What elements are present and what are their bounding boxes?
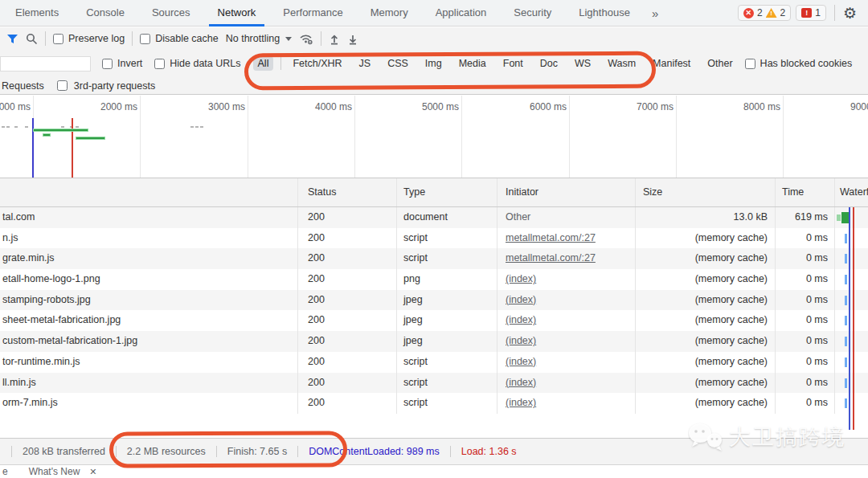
request-type: script [396, 228, 497, 249]
table-row[interactable]: ll.min.js 200 script (index) (memory cac… [0, 373, 868, 394]
network-summary-bar: 208 kB transferred 2.2 MB resources Fini… [0, 438, 868, 464]
table-row[interactable]: n.js 200 script metallmetal.com/:27 (mem… [0, 228, 868, 249]
column-header-status[interactable]: Status [297, 178, 396, 206]
filter-type-css[interactable]: CSS [383, 56, 413, 71]
request-status: 200 [297, 310, 396, 331]
disable-cache-checkbox[interactable] [140, 34, 150, 44]
request-initiator-link[interactable]: (index) [497, 269, 635, 290]
filter-type-fetch-xhr[interactable]: Fetch/XHR [288, 56, 346, 71]
finish-summary: Finish: 7.65 s [216, 446, 297, 457]
filter-type-media[interactable]: Media [454, 56, 491, 71]
request-table-header: Status Type Initiator Size Time Waterfal… [0, 178, 868, 207]
tab-performance[interactable]: Performance [269, 0, 356, 27]
gridline [248, 96, 248, 178]
export-har-icon[interactable] [347, 33, 358, 45]
request-waterfall [834, 310, 868, 331]
table-row[interactable]: etall-home-logo-1.png 200 png (index) (m… [0, 269, 868, 290]
request-initiator-link[interactable]: metallmetal.com/:27 [497, 248, 635, 269]
request-initiator-link[interactable]: metallmetal.com/:27 [497, 228, 635, 249]
table-row[interactable]: orm-7.min.js 200 script (index) (memory … [0, 393, 868, 414]
column-header-size[interactable]: Size [635, 178, 775, 206]
tab-lighthouse[interactable]: Lighthouse [565, 0, 644, 27]
divider [132, 31, 133, 46]
disable-cache-toggle[interactable]: Disable cache [140, 33, 219, 44]
warning-icon: ! [766, 8, 777, 18]
issues-badge[interactable]: ! 1 [796, 5, 826, 21]
whats-new-tab[interactable]: What's New [29, 466, 80, 477]
table-row[interactable]: sheet-metal-fabrication.jpg 200 jpeg (in… [0, 310, 868, 331]
close-icon[interactable]: ✕ [89, 467, 96, 477]
preserve-log-toggle[interactable]: Preserve log [53, 33, 125, 44]
filter-type-ws[interactable]: WS [570, 56, 596, 71]
request-size: (memory cache) [635, 352, 775, 373]
network-overview-timeline[interactable]: 1000 ms 2000 ms 3000 ms 4000 ms 5000 ms … [0, 96, 868, 178]
filter-funnel-icon[interactable] [6, 34, 18, 44]
column-header-initiator[interactable]: Initiator [497, 178, 635, 206]
invert-toggle[interactable]: Invert [102, 58, 142, 69]
column-header-name[interactable] [0, 178, 297, 206]
table-row[interactable]: tal.com 200 document Other 13.0 kB 619 m… [0, 207, 868, 228]
settings-gear-icon[interactable]: ⚙ [843, 6, 857, 21]
ruler-tick: 4000 ms [304, 101, 352, 112]
filter-type-font[interactable]: Font [498, 56, 528, 71]
console-errors-warnings-badge[interactable]: ✕ 2 ! 2 [738, 5, 791, 21]
hide-data-urls-label: Hide data URLs [170, 58, 240, 69]
column-header-type[interactable]: Type [396, 178, 497, 206]
issue-count: 1 [815, 7, 821, 18]
divider [280, 57, 281, 70]
tab-elements[interactable]: Elements [2, 0, 72, 27]
network-toolbar: Preserve log Disable cache No throttling [0, 27, 868, 50]
request-status: 200 [297, 269, 396, 290]
table-row[interactable]: tor-runtime.min.js 200 script (index) (m… [0, 352, 868, 373]
filter-type-wasm[interactable]: Wasm [603, 56, 641, 71]
request-initiator-link[interactable]: (index) [497, 373, 635, 394]
invert-checkbox[interactable] [102, 59, 113, 69]
throttling-dropdown[interactable]: No throttling [226, 33, 292, 44]
table-row[interactable]: stamping-robots.jpg 200 jpeg (index) (me… [0, 290, 868, 311]
request-time: 0 ms [775, 228, 834, 249]
filter-input[interactable] [0, 56, 91, 71]
filter-type-img[interactable]: Img [420, 56, 447, 71]
column-header-time[interactable]: Time [775, 178, 834, 206]
request-status: 200 [297, 228, 396, 249]
tab-application[interactable]: Application [422, 0, 501, 27]
tab-console[interactable]: Console [72, 0, 138, 27]
filter-type-other[interactable]: Other [702, 56, 737, 71]
filter-type-doc[interactable]: Doc [535, 56, 563, 71]
filter-type-manifest[interactable]: Manifest [648, 56, 695, 71]
request-initiator-link[interactable]: (index) [497, 310, 635, 331]
network-conditions-icon[interactable] [299, 33, 313, 45]
has-blocked-cookies-checkbox[interactable] [745, 59, 755, 69]
request-initiator-link[interactable]: (index) [497, 393, 635, 414]
ruler-tick: 6000 ms [518, 101, 567, 112]
tab-security[interactable]: Security [500, 0, 565, 27]
filter-type-js[interactable]: JS [354, 56, 376, 71]
import-har-icon[interactable] [329, 33, 340, 45]
third-party-label: 3rd-party requests [74, 80, 155, 92]
has-blocked-cookies-toggle[interactable]: Has blocked cookies [745, 58, 853, 69]
tab-network[interactable]: Network [204, 0, 270, 27]
request-size: (memory cache) [635, 248, 775, 269]
search-icon[interactable] [26, 33, 38, 45]
hide-data-urls-toggle[interactable]: Hide data URLs [154, 58, 240, 69]
request-time: 0 ms [775, 373, 834, 394]
filter-type-all[interactable]: All [253, 56, 274, 71]
load-marker-line [853, 207, 854, 430]
table-row[interactable]: custom-metal-fabrication-1.jpg 200 jpeg … [0, 331, 868, 352]
tab-sources[interactable]: Sources [138, 0, 204, 27]
warning-count: 2 [780, 7, 786, 18]
ruler-tick: 8000 ms [732, 101, 780, 112]
request-status: 200 [297, 331, 396, 352]
request-initiator-link[interactable]: (index) [497, 290, 635, 311]
tab-memory[interactable]: Memory [357, 0, 422, 27]
table-row[interactable]: grate.min.js 200 script metallmetal.com/… [0, 248, 868, 269]
request-initiator-link[interactable]: (index) [497, 352, 635, 373]
more-tabs-icon[interactable]: » [644, 6, 666, 20]
third-party-checkbox[interactable] [57, 80, 68, 91]
preserve-log-checkbox[interactable] [53, 34, 63, 44]
request-waterfall [834, 331, 868, 352]
request-initiator-link[interactable]: (index) [497, 331, 635, 352]
hide-data-urls-checkbox[interactable] [154, 59, 165, 69]
request-name: etall-home-logo-1.png [0, 269, 297, 290]
column-header-waterfall[interactable]: Waterfall [834, 178, 868, 206]
